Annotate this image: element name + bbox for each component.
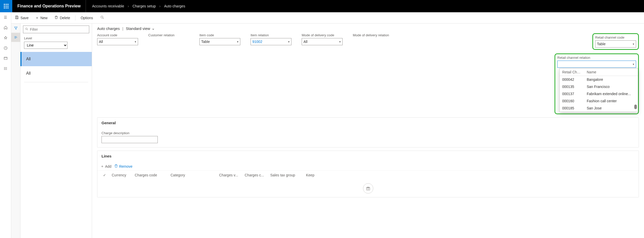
trash-icon (54, 15, 58, 20)
plus-icon: ＋ (35, 16, 39, 20)
left-rail: ☰ (0, 12, 11, 24)
new-label: New (40, 16, 48, 20)
search-icon[interactable] (100, 15, 104, 20)
hamburger-icon[interactable]: ☰ (0, 12, 11, 22)
separator (75, 15, 75, 20)
svg-point-5 (101, 16, 103, 18)
save-icon (15, 15, 19, 20)
delete-button[interactable]: Delete (52, 14, 73, 22)
options-button[interactable]: Options (78, 14, 95, 21)
home-icon[interactable] (0, 22, 11, 24)
new-button[interactable]: ＋ New (33, 14, 50, 22)
app-launcher[interactable] (0, 0, 12, 12)
delete-label: Delete (60, 16, 70, 20)
breadcrumb-item[interactable]: Accounts receivable (92, 4, 124, 8)
command-bar: Save ＋ New Delete Options (0, 12, 644, 24)
breadcrumb-item[interactable]: Charges setup (132, 4, 156, 8)
options-label: Options (81, 16, 93, 20)
top-bar: Finance and Operations Preview Accounts … (0, 0, 644, 12)
breadcrumb-item[interactable]: Auto charges (164, 4, 185, 8)
chevron-right-icon: › (159, 4, 161, 8)
save-label: Save (20, 16, 29, 20)
breadcrumb: Accounts receivable › Charges setup › Au… (86, 4, 185, 8)
product-brand: Finance and Operations Preview (12, 0, 86, 12)
waffle-icon (4, 4, 8, 8)
chevron-right-icon: › (128, 4, 129, 8)
save-button[interactable]: Save (12, 14, 31, 22)
